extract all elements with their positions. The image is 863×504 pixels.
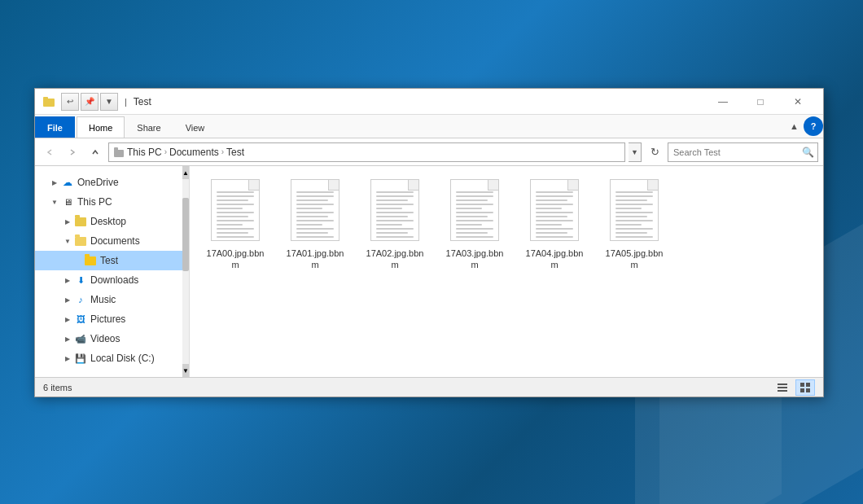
file-line xyxy=(615,195,653,197)
file-line xyxy=(615,236,653,238)
path-sep-2: › xyxy=(221,147,224,156)
maximize-button[interactable]: □ xyxy=(742,89,779,115)
scroll-down-btn[interactable]: ▼ xyxy=(182,364,189,377)
forward-button[interactable] xyxy=(63,142,82,162)
search-input[interactable] xyxy=(668,147,798,157)
arrow-onedrive: ▶ xyxy=(48,176,61,189)
this-pc-icon: 🖥 xyxy=(61,195,74,208)
sidebar-item-music[interactable]: ▶ ♪ Music xyxy=(35,290,189,309)
scroll-track xyxy=(182,179,189,364)
svg-rect-10 xyxy=(806,388,810,392)
sidebar-item-local-disk[interactable]: ▶ 💾 Local Disk (C:) xyxy=(35,348,189,368)
file-line xyxy=(376,199,408,201)
sidebar-item-test[interactable]: ▶ Test xyxy=(35,251,189,270)
qs-undo[interactable]: ↩ xyxy=(61,93,79,111)
sidebar-item-desktop[interactable]: ▶ Desktop xyxy=(35,212,189,231)
file-line xyxy=(296,204,334,205)
file-line xyxy=(536,216,567,217)
main-area: ▶ ☁ OneDrive ▼ 🖥 This PC ▶ Desktop ▼ xyxy=(35,166,823,377)
scroll-up-btn[interactable]: ▲ xyxy=(182,166,189,179)
file-line xyxy=(536,224,562,226)
sidebar-item-videos[interactable]: ▶ 📹 Videos xyxy=(35,329,189,348)
file-line xyxy=(217,220,254,221)
file-name: 17A05.jpg.bbnm xyxy=(602,248,667,271)
file-line xyxy=(296,224,322,226)
svg-rect-4 xyxy=(778,383,787,385)
refresh-button[interactable]: ↻ xyxy=(645,142,664,162)
sidebar-scrollbar[interactable]: ▲ ▼ xyxy=(182,166,189,377)
file-line xyxy=(296,228,334,230)
path-this-pc[interactable]: This PC xyxy=(127,147,162,158)
close-button[interactable]: ✕ xyxy=(779,89,817,115)
details-view-icon xyxy=(777,382,788,393)
up-button[interactable] xyxy=(85,142,105,162)
ribbon: File Home Share View ▲ ? xyxy=(35,115,823,138)
file-page xyxy=(291,179,340,241)
file-line xyxy=(536,228,573,230)
file-line xyxy=(376,228,414,230)
sidebar-item-pictures[interactable]: ▶ 🖼 Pictures xyxy=(35,309,189,329)
svg-rect-1 xyxy=(43,97,48,99)
arrow-local-disk: ▶ xyxy=(61,352,74,365)
title-folder-icon xyxy=(42,94,56,109)
address-path[interactable]: This PC › Documents › Test xyxy=(108,142,625,162)
local-disk-icon: 💾 xyxy=(74,352,87,365)
scroll-thumb[interactable] xyxy=(182,198,189,272)
ribbon-collapse-btn[interactable]: ▲ xyxy=(785,121,804,131)
address-dropdown-btn[interactable]: ▼ xyxy=(629,142,642,162)
sidebar-label-pictures: Pictures xyxy=(90,313,125,325)
tab-share[interactable]: Share xyxy=(125,116,173,138)
tab-file[interactable]: File xyxy=(35,116,75,138)
arrow-desktop: ▶ xyxy=(61,215,74,228)
file-line xyxy=(456,216,488,217)
file-line xyxy=(376,204,414,205)
documents-icon xyxy=(74,234,87,248)
sidebar-item-documents[interactable]: ▼ Documents xyxy=(35,231,189,251)
sidebar-item-downloads[interactable]: ▶ ⬇ Downloads xyxy=(35,270,189,290)
file-lines xyxy=(371,180,418,243)
file-item[interactable]: 17A04.jpg.bbnm xyxy=(519,176,590,274)
file-line xyxy=(615,212,653,213)
minimize-button[interactable]: — xyxy=(704,89,742,115)
back-button[interactable] xyxy=(40,142,59,162)
file-line xyxy=(536,212,573,213)
path-documents[interactable]: Documents xyxy=(169,147,219,158)
file-item[interactable]: 17A03.jpg.bbnm xyxy=(439,176,510,274)
large-icons-view-btn[interactable] xyxy=(795,379,815,396)
file-line xyxy=(536,191,573,193)
file-page xyxy=(370,179,419,241)
file-item[interactable]: 17A00.jpg.bbnm xyxy=(199,176,271,274)
tab-home[interactable]: Home xyxy=(77,116,125,138)
file-item[interactable]: 17A02.jpg.bbnm xyxy=(359,176,431,274)
help-button[interactable]: ? xyxy=(804,116,823,136)
arrow-music: ▶ xyxy=(61,293,74,306)
file-lines xyxy=(611,180,658,243)
file-icon xyxy=(369,179,421,244)
file-item[interactable]: 17A05.jpg.bbnm xyxy=(598,176,670,274)
file-lines xyxy=(451,180,498,243)
file-line xyxy=(296,199,328,201)
sidebar-item-onedrive[interactable]: ▶ ☁ OneDrive xyxy=(35,173,189,192)
sidebar-item-this-pc[interactable]: ▼ 🖥 This PC xyxy=(35,192,189,212)
file-icon xyxy=(608,179,660,244)
file-line xyxy=(456,228,493,230)
sidebar-label-desktop: Desktop xyxy=(90,216,126,227)
file-line xyxy=(536,199,567,201)
file-name: 17A02.jpg.bbnm xyxy=(362,248,427,271)
onedrive-icon: ☁ xyxy=(61,176,74,189)
file-line xyxy=(376,212,414,213)
search-icon[interactable]: 🔍 xyxy=(798,142,817,162)
videos-icon: 📹 xyxy=(74,332,87,345)
file-item[interactable]: 17A01.jpg.bbnm xyxy=(279,176,351,274)
details-view-btn[interactable] xyxy=(773,379,792,396)
file-line xyxy=(376,208,402,209)
tab-view[interactable]: View xyxy=(173,116,217,138)
file-line xyxy=(217,204,254,205)
file-line xyxy=(615,224,642,226)
file-icon xyxy=(209,179,261,244)
file-line xyxy=(217,236,254,238)
qs-dropdown[interactable]: ▼ xyxy=(100,93,118,111)
path-test[interactable]: Test xyxy=(226,147,244,158)
qs-pin[interactable]: 📌 xyxy=(81,93,99,111)
file-line xyxy=(217,195,254,197)
